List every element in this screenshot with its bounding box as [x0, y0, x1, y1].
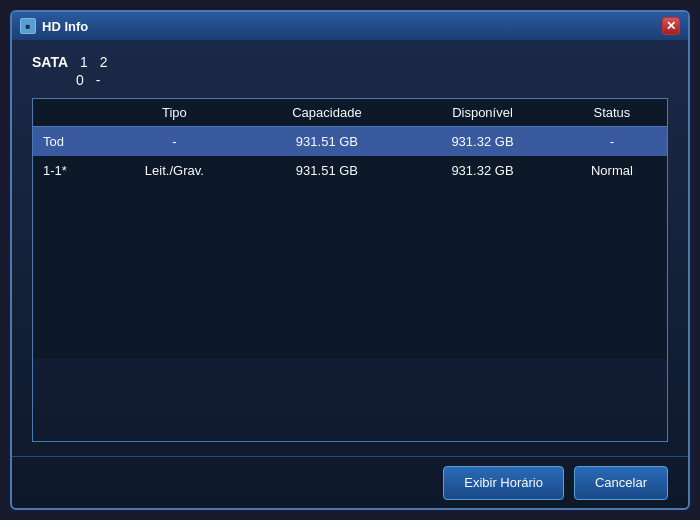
- table-cell-1-4: Normal: [557, 156, 667, 185]
- table-row-empty: [33, 214, 667, 243]
- col-header-status: Status: [557, 99, 667, 127]
- table-row-empty: [33, 272, 667, 301]
- empty-cell-2-3: [408, 243, 557, 272]
- empty-cell-1-3: [408, 214, 557, 243]
- table-row-empty: [33, 330, 667, 359]
- table-cell-1-0: 1-1*: [33, 156, 103, 185]
- table-row[interactable]: 1-1*Leit./Grav.931.51 GB931.32 GBNormal: [33, 156, 667, 185]
- window-icon: ■: [20, 18, 36, 34]
- table-row[interactable]: Tod-931.51 GB931.32 GB-: [33, 127, 667, 157]
- title-bar: ■ HD Info ✕: [12, 12, 688, 40]
- empty-cell-3-2: [246, 272, 408, 301]
- window-content: SATA 1 2 0 - Tipo Capacidade Disponível …: [12, 40, 688, 456]
- empty-cell-2-1: [103, 243, 246, 272]
- exibir-horario-button[interactable]: Exibir Horário: [443, 466, 564, 500]
- empty-cell-2-4: [557, 243, 667, 272]
- table-cell-1-3: 931.32 GB: [408, 156, 557, 185]
- window-title: HD Info: [42, 19, 88, 34]
- empty-cell-5-2: [246, 330, 408, 359]
- empty-cell-4-2: [246, 301, 408, 330]
- empty-cell-0-0: [33, 185, 103, 214]
- empty-cell-1-0: [33, 214, 103, 243]
- empty-cell-4-4: [557, 301, 667, 330]
- table-cell-0-3: 931.32 GB: [408, 127, 557, 157]
- hd-table: Tipo Capacidade Disponível Status Tod-93…: [33, 99, 667, 359]
- empty-cell-5-3: [408, 330, 557, 359]
- empty-cell-0-1: [103, 185, 246, 214]
- table-cell-1-1: Leit./Grav.: [103, 156, 246, 185]
- hd-info-window: ■ HD Info ✕ SATA 1 2 0 -: [10, 10, 690, 510]
- table-cell-0-1: -: [103, 127, 246, 157]
- empty-cell-3-0: [33, 272, 103, 301]
- empty-cell-4-1: [103, 301, 246, 330]
- empty-cell-5-4: [557, 330, 667, 359]
- empty-cell-1-4: [557, 214, 667, 243]
- close-button[interactable]: ✕: [662, 17, 680, 35]
- table-cell-1-2: 931.51 GB: [246, 156, 408, 185]
- empty-cell-4-3: [408, 301, 557, 330]
- col-header-name: [33, 99, 103, 127]
- sata-info: SATA 1 2 0 -: [32, 54, 668, 88]
- empty-cell-2-2: [246, 243, 408, 272]
- sata-row: SATA 1 2: [32, 54, 668, 70]
- sata-sub-col2: -: [96, 72, 101, 88]
- sata-sub-row: 0 -: [32, 72, 668, 88]
- hd-table-container: Tipo Capacidade Disponível Status Tod-93…: [32, 98, 668, 442]
- empty-cell-0-3: [408, 185, 557, 214]
- empty-cell-5-1: [103, 330, 246, 359]
- empty-cell-0-4: [557, 185, 667, 214]
- table-cell-0-4: -: [557, 127, 667, 157]
- sata-col1: 1: [80, 54, 88, 70]
- table-row-empty: [33, 185, 667, 214]
- table-cell-0-0: Tod: [33, 127, 103, 157]
- sata-sub-col1: 0: [76, 72, 84, 88]
- cancelar-button[interactable]: Cancelar: [574, 466, 668, 500]
- empty-cell-4-0: [33, 301, 103, 330]
- sata-label: SATA: [32, 54, 68, 70]
- empty-cell-5-0: [33, 330, 103, 359]
- col-header-tipo: Tipo: [103, 99, 246, 127]
- title-bar-left: ■ HD Info: [20, 18, 88, 34]
- empty-cell-3-4: [557, 272, 667, 301]
- table-row-empty: [33, 243, 667, 272]
- empty-cell-1-1: [103, 214, 246, 243]
- sata-col2: 2: [100, 54, 108, 70]
- table-row-empty: [33, 301, 667, 330]
- table-header-row: Tipo Capacidade Disponível Status: [33, 99, 667, 127]
- empty-cell-0-2: [246, 185, 408, 214]
- col-header-disponivel: Disponível: [408, 99, 557, 127]
- empty-cell-1-2: [246, 214, 408, 243]
- empty-cell-3-1: [103, 272, 246, 301]
- empty-cell-2-0: [33, 243, 103, 272]
- col-header-capacidade: Capacidade: [246, 99, 408, 127]
- table-cell-0-2: 931.51 GB: [246, 127, 408, 157]
- footer: Exibir Horário Cancelar: [12, 456, 688, 508]
- empty-cell-3-3: [408, 272, 557, 301]
